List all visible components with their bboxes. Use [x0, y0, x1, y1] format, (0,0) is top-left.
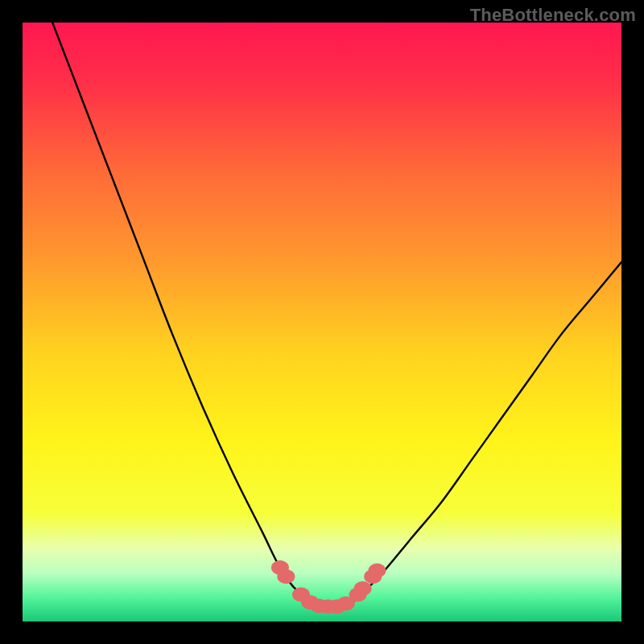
curve-marker — [368, 564, 386, 578]
curve-marker — [277, 569, 295, 584]
plot-area — [23, 23, 621, 621]
watermark-text: TheBottleneck.com — [470, 5, 636, 26]
curve-marker — [354, 581, 372, 596]
chart-frame: TheBottleneck.com — [0, 0, 644, 644]
bottleneck-curve — [23, 23, 621, 621]
